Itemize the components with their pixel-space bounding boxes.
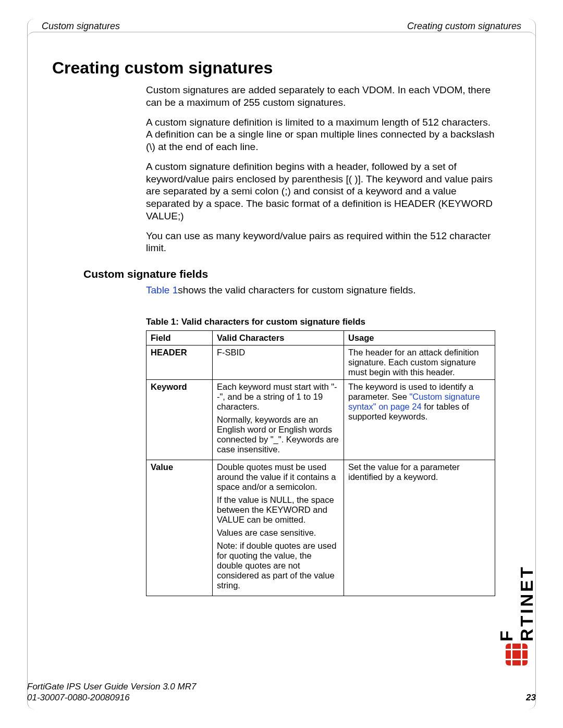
table-row: Value Double quotes must be used around … <box>146 460 495 596</box>
footer-title: FortiGate IPS User Guide Version 3.0 MR7 <box>27 681 196 692</box>
running-header-right: Creating custom signatures <box>405 21 523 32</box>
cell-valid: F-SBID <box>213 346 344 380</box>
brand-wordmark: F RTINET <box>496 540 537 641</box>
cell-usage: Set the value for a parameter identified… <box>344 460 495 596</box>
paragraph: Custom signatures are added separately t… <box>146 84 495 109</box>
running-header-left: Custom signatures <box>40 21 122 32</box>
table-caption: Table 1: Valid characters for custom sig… <box>146 317 495 327</box>
cell-text: If the value is NULL, the space between … <box>217 495 339 525</box>
paragraph: A custom signature definition begins wit… <box>146 161 495 223</box>
page-frame-top <box>27 32 536 40</box>
cell-usage: The header for an attack definition sign… <box>344 346 495 380</box>
cell-valid: Double quotes must be used around the va… <box>213 460 344 596</box>
table-reference: Table 1shows the valid characters for cu… <box>146 285 495 296</box>
table-header-row: Field Valid Characters Usage <box>146 331 495 346</box>
cell-field: HEADER <box>146 346 213 380</box>
brand-logo: F RTINET <box>503 537 531 665</box>
col-header-usage: Usage <box>344 331 495 346</box>
paragraph: A custom signature definition is limited… <box>146 116 495 153</box>
cell-text: Double quotes must be used around the va… <box>217 462 339 492</box>
cell-text: Note: if double quotes are used for quot… <box>217 541 339 590</box>
cell-text: Each keyword must start with "--", and b… <box>217 382 339 412</box>
cell-field: Keyword <box>146 380 213 460</box>
cell-text: Normally, keywords are an English word o… <box>217 415 339 454</box>
page: Custom signatures Creating custom signat… <box>0 0 563 728</box>
table-row: Keyword Each keyword must start with "--… <box>146 380 495 460</box>
table-reference-link[interactable]: Table 1 <box>146 285 178 295</box>
cell-valid: Each keyword must start with "--", and b… <box>213 380 344 460</box>
col-header-valid: Valid Characters <box>213 331 344 346</box>
footer-page-number: 23 <box>526 693 536 703</box>
cell-text: Set the value for a parameter identified… <box>348 462 460 482</box>
cell-text: F-SBID <box>217 348 339 357</box>
cell-text: Values are case sensitive. <box>217 528 339 538</box>
cell-usage: The keyword is used to identify a parame… <box>344 380 495 460</box>
cell-text: The header for an attack definition sign… <box>348 348 479 377</box>
table-reference-text: shows the valid characters for custom si… <box>178 285 415 295</box>
cell-field: Value <box>146 460 213 596</box>
table-row: HEADER F-SBID The header for an attack d… <box>146 346 495 380</box>
paragraph: You can use as many keyword/value pairs … <box>146 230 495 255</box>
col-header-field: Field <box>146 331 213 346</box>
section-body: Custom signatures are added separately t… <box>146 84 495 254</box>
content-area: Creating custom signatures Custom signat… <box>52 58 495 596</box>
footer-doc-info: FortiGate IPS User Guide Version 3.0 MR7… <box>27 681 196 704</box>
brand-mark-icon <box>506 644 528 665</box>
signature-fields-table: Field Valid Characters Usage HEADER F-SB… <box>146 330 495 596</box>
footer-docid: 01-30007-0080-20080916 <box>27 692 196 703</box>
subsection-title: Custom signature fields <box>83 268 495 280</box>
section-title: Creating custom signatures <box>52 58 495 78</box>
